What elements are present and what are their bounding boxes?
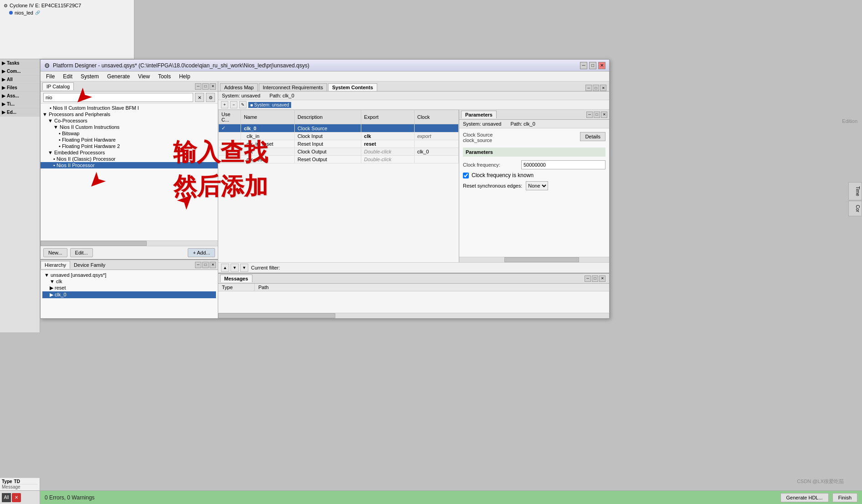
clk-freq-input[interactable] [521,160,605,169]
tasks-header[interactable]: ▶ Tasks [0,59,40,67]
hier-float-btn[interactable]: ─ [195,262,201,268]
time-tab[interactable]: Time [848,182,862,200]
tree-node-slave[interactable]: • Nios II Custom Instruction Slave BFM I [41,105,218,111]
cor-tab[interactable]: Cor [848,201,862,216]
tree-node-fph2[interactable]: • Floating Point Hardware 2 [41,143,218,149]
hier-item-reset[interactable]: ▶ reset [42,285,216,291]
new-button[interactable]: New... [43,248,67,257]
search-clear-btn[interactable]: ✕ [195,93,204,102]
files-header[interactable]: ▶ Files [0,84,40,92]
messages-tab[interactable]: Messages [220,275,252,282]
table-row-clkinreset[interactable]: clk_in_reset Reset Input reset [219,140,459,148]
params-hscroll-thumb[interactable] [504,257,580,262]
finish-button[interactable]: Finish [832,493,857,502]
main-close-btn[interactable]: ✕ [600,85,606,91]
menu-generate[interactable]: Generate [103,72,133,81]
csdn-watermark: CSDN @LX很爱吃茄 [797,478,844,485]
asm-header[interactable]: ▶ Ass... [0,92,40,100]
messages-hscroll[interactable] [218,313,609,318]
table-row-clk[interactable]: clk Clock Output Double-click clk_0 [219,148,459,156]
msg-close-btn[interactable]: ✕ [599,275,605,282]
tab-address-map[interactable]: Address Map [220,83,258,91]
clk-known-label: Clock frequency is known [472,172,534,178]
ip-catalog-search-input[interactable] [43,93,193,102]
sidebar-group-tim: ▶ Ti... [0,100,40,108]
params-close-btn[interactable]: ✕ [601,112,607,118]
filter-label: Current filter: [251,265,280,270]
table-row-clkin[interactable]: clk_in Clock Input clk export [219,132,459,140]
toolbar-edit-btn[interactable]: ✎ [239,101,246,108]
filter-up-btn[interactable]: ▲ [221,264,229,272]
edit-button[interactable]: Edit... [70,248,93,257]
hier-item-unsaved[interactable]: ▼ unsaved [unsaved.qsys*] [42,272,216,278]
menu-edit[interactable]: Edit [59,72,76,81]
menu-system[interactable]: System [77,72,103,81]
main-float-btn[interactable]: ─ [585,85,592,91]
ip-catalog-float-btn[interactable]: ─ [195,83,201,90]
tab-interconnect[interactable]: Interconnect Requirements [259,83,327,91]
table-row-clk0[interactable]: ✓ clk_0 Clock Source [219,124,459,132]
tree-node-fph[interactable]: • Floating Point Hardware [41,137,218,143]
params-float-btn[interactable]: ─ [586,112,593,118]
tree-node-nios-processor[interactable]: • Nios II Processor [41,162,218,168]
tim-expand-icon: ▶ [2,102,5,107]
msg-float-btn[interactable]: ─ [585,275,591,282]
details-button[interactable]: Details [580,132,605,141]
msg-pin-btn[interactable]: □ [592,275,598,282]
ip-catalog-close-btn[interactable]: ✕ [210,83,216,90]
project-child-item[interactable]: nios_led 🔗 [2,9,132,16]
hierarchy-tab[interactable]: Hierarchy [41,261,70,269]
hier-pin-btn[interactable]: □ [202,262,209,268]
name-clk: clk [241,148,295,156]
main-pin-btn[interactable]: □ [593,85,599,91]
messages-hscroll-thumb[interactable] [218,313,335,318]
project-root-item[interactable]: ⚙ Cyclone IV E: EP4CE115F29C7 [2,2,132,9]
all-btn[interactable]: All [2,493,11,502]
sidebar-group-com: ▶ Com... [0,67,40,76]
hier-item-clk[interactable]: ▼ clk [42,278,216,285]
maximize-button[interactable]: □ [589,62,596,69]
generate-hdl-button[interactable]: Generate HDL... [780,493,829,502]
eda-label: Ed... [7,110,16,115]
tree-node-bitswap[interactable]: • Bitswap [41,130,218,137]
search-settings-btn[interactable]: ⚙ [206,93,215,102]
clk-known-checkbox[interactable] [463,173,469,178]
menu-view[interactable]: View [134,72,154,81]
add-button[interactable]: + Add... [188,248,215,257]
ip-catalog-pin-btn[interactable]: □ [202,83,209,90]
tree-node-embedded[interactable]: ▼ Embedded Processors [41,149,218,156]
filter-down-btn[interactable]: ▼ [231,264,239,272]
com-header[interactable]: ▶ Com... [0,67,40,75]
menu-tools[interactable]: Tools [154,72,174,81]
eda-header[interactable]: ▶ Ed... [0,108,40,116]
error-indicator[interactable]: ✕ [12,493,21,502]
toolbar-add-btn[interactable]: + [221,101,228,108]
ip-catalog-hscroll-thumb[interactable] [41,241,147,246]
all-header[interactable]: ▶ All [0,76,40,83]
filter-options-btn[interactable]: ▼ [240,264,248,272]
desc-clkreset: Reset Output [295,156,361,163]
toolbar-remove-btn[interactable]: − [230,101,237,108]
device-family-tab[interactable]: Device Family [70,261,109,269]
tree-node-co-proc[interactable]: ▼ Co-Processors [41,117,218,124]
tab-system-contents[interactable]: System Contents [328,83,377,91]
tim-header[interactable]: ▶ Ti... [0,100,40,108]
minimize-button[interactable]: ─ [580,62,587,69]
reset-edges-select[interactable]: None [526,181,548,190]
ip-catalog-tab[interactable]: IP Catalog [42,82,74,90]
tree-node-custom-instr[interactable]: ▼ Nios II Custom Instructions [41,124,218,130]
tree-node-nios-classic[interactable]: • Nios II (Classic) Processor [41,156,218,162]
table-row-clkreset[interactable]: clk_reset Reset Output Double-click [219,156,459,163]
hier-item-clk0[interactable]: ▶ clk_0 [42,291,216,298]
hier-close-btn[interactable]: ✕ [210,262,216,268]
params-tab[interactable]: Parameters [461,111,497,118]
use-check-clkin [219,132,241,140]
menu-help[interactable]: Help [175,72,194,81]
tree-node-proc-periph[interactable]: ▼ Processors and Peripherals [41,111,218,117]
params-pin-btn[interactable]: □ [594,112,600,118]
params-hscroll[interactable] [459,257,609,262]
ip-catalog-hscroll[interactable] [41,240,218,246]
menu-file[interactable]: File [42,72,58,81]
messages-content [218,291,609,313]
close-button[interactable]: ✕ [598,62,605,69]
